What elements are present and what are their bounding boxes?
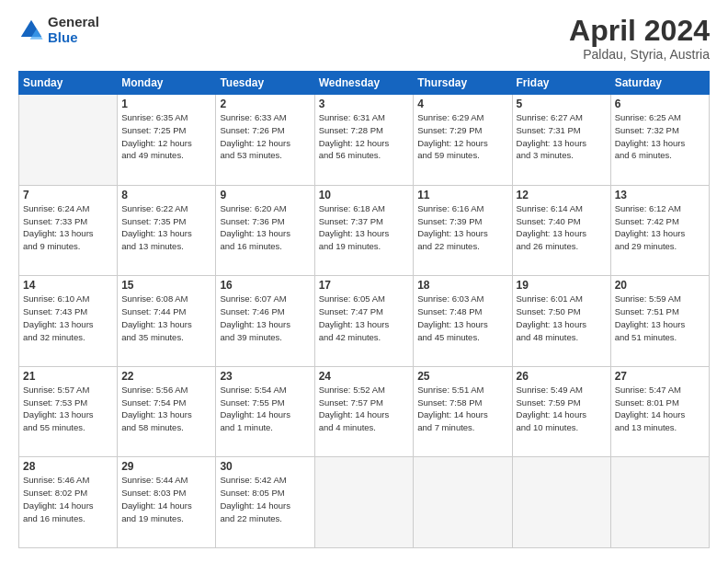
day-cell: 7Sunrise: 6:24 AM Sunset: 7:33 PM Daylig… — [19, 185, 118, 276]
day-cell: 9Sunrise: 6:20 AM Sunset: 7:36 PM Daylig… — [216, 185, 314, 276]
logo-text: General Blue — [48, 15, 99, 45]
day-info: Sunrise: 6:18 AM Sunset: 7:37 PM Dayligh… — [319, 202, 410, 253]
day-number: 25 — [417, 370, 507, 383]
day-number: 22 — [121, 370, 211, 383]
day-info: Sunrise: 5:42 AM Sunset: 8:05 PM Dayligh… — [220, 474, 310, 524]
day-info: Sunrise: 6:12 AM Sunset: 7:42 PM Dayligh… — [615, 202, 705, 253]
day-info: Sunrise: 5:49 AM Sunset: 7:59 PM Dayligh… — [517, 384, 607, 434]
day-info: Sunrise: 6:22 AM Sunset: 7:35 PM Dayligh… — [121, 202, 211, 253]
day-number: 20 — [615, 279, 705, 292]
day-number: 14 — [23, 279, 113, 292]
day-number: 27 — [615, 370, 705, 383]
day-cell — [414, 457, 512, 548]
day-info: Sunrise: 6:14 AM Sunset: 7:40 PM Dayligh… — [517, 202, 607, 253]
week-row-4: 28Sunrise: 5:46 AM Sunset: 8:02 PM Dayli… — [19, 457, 710, 548]
day-info: Sunrise: 6:16 AM Sunset: 7:39 PM Dayligh… — [417, 202, 507, 253]
day-info: Sunrise: 6:33 AM Sunset: 7:26 PM Dayligh… — [220, 111, 310, 162]
calendar-title: April 2024 — [569, 15, 710, 47]
day-info: Sunrise: 6:01 AM Sunset: 7:50 PM Dayligh… — [517, 293, 607, 343]
day-info: Sunrise: 5:57 AM Sunset: 7:53 PM Dayligh… — [23, 384, 113, 434]
calendar-subtitle: Paldau, Styria, Austria — [569, 47, 710, 62]
day-cell: 25Sunrise: 5:51 AM Sunset: 7:58 PM Dayli… — [414, 366, 512, 457]
day-number: 2 — [220, 98, 310, 110]
day-number: 13 — [615, 189, 705, 201]
col-sunday: Sunday — [19, 72, 118, 95]
day-number: 12 — [517, 189, 607, 201]
day-info: Sunrise: 5:46 AM Sunset: 8:02 PM Dayligh… — [23, 474, 113, 524]
day-number: 17 — [319, 279, 410, 292]
day-cell: 6Sunrise: 6:25 AM Sunset: 7:32 PM Daylig… — [610, 95, 709, 186]
day-info: Sunrise: 5:59 AM Sunset: 7:51 PM Dayligh… — [615, 293, 705, 343]
day-info: Sunrise: 6:29 AM Sunset: 7:29 PM Dayligh… — [417, 111, 507, 162]
day-cell: 26Sunrise: 5:49 AM Sunset: 7:59 PM Dayli… — [512, 366, 610, 457]
day-number: 9 — [220, 189, 310, 201]
day-cell — [610, 457, 709, 548]
day-cell: 5Sunrise: 6:27 AM Sunset: 7:31 PM Daylig… — [512, 95, 610, 186]
day-info: Sunrise: 6:07 AM Sunset: 7:46 PM Dayligh… — [220, 293, 310, 343]
day-cell: 21Sunrise: 5:57 AM Sunset: 7:53 PM Dayli… — [19, 366, 118, 457]
day-cell: 13Sunrise: 6:12 AM Sunset: 7:42 PM Dayli… — [610, 185, 709, 276]
week-row-0: 1Sunrise: 6:35 AM Sunset: 7:25 PM Daylig… — [19, 95, 710, 186]
day-number: 26 — [517, 370, 607, 383]
day-number: 8 — [121, 189, 211, 201]
day-cell: 29Sunrise: 5:44 AM Sunset: 8:03 PM Dayli… — [118, 457, 216, 548]
day-info: Sunrise: 6:20 AM Sunset: 7:36 PM Dayligh… — [220, 202, 310, 253]
day-cell: 28Sunrise: 5:46 AM Sunset: 8:02 PM Dayli… — [19, 457, 118, 548]
page: General Blue April 2024 Paldau, Styria, … — [0, 0, 728, 563]
day-info: Sunrise: 5:44 AM Sunset: 8:03 PM Dayligh… — [121, 474, 211, 524]
calendar-table: Sunday Monday Tuesday Wednesday Thursday… — [18, 71, 710, 548]
day-info: Sunrise: 6:03 AM Sunset: 7:48 PM Dayligh… — [417, 293, 507, 343]
col-thursday: Thursday — [414, 72, 512, 95]
day-number: 11 — [417, 189, 507, 201]
day-cell: 3Sunrise: 6:31 AM Sunset: 7:28 PM Daylig… — [314, 95, 414, 186]
day-cell — [512, 457, 610, 548]
logo-icon — [18, 17, 44, 43]
day-cell: 10Sunrise: 6:18 AM Sunset: 7:37 PM Dayli… — [314, 185, 414, 276]
header-row: Sunday Monday Tuesday Wednesday Thursday… — [19, 72, 710, 95]
logo: General Blue — [18, 15, 99, 45]
day-info: Sunrise: 6:24 AM Sunset: 7:33 PM Dayligh… — [23, 202, 113, 253]
day-info: Sunrise: 5:47 AM Sunset: 8:01 PM Dayligh… — [615, 384, 705, 434]
day-info: Sunrise: 6:31 AM Sunset: 7:28 PM Dayligh… — [319, 111, 410, 162]
logo-blue: Blue — [48, 30, 99, 46]
day-info: Sunrise: 6:05 AM Sunset: 7:47 PM Dayligh… — [319, 293, 410, 343]
day-cell: 16Sunrise: 6:07 AM Sunset: 7:46 PM Dayli… — [216, 276, 314, 367]
day-cell: 30Sunrise: 5:42 AM Sunset: 8:05 PM Dayli… — [216, 457, 314, 548]
day-number: 1 — [121, 98, 211, 110]
day-cell: 14Sunrise: 6:10 AM Sunset: 7:43 PM Dayli… — [19, 276, 118, 367]
col-friday: Friday — [512, 72, 610, 95]
day-number: 15 — [121, 279, 211, 292]
day-cell — [19, 95, 118, 186]
day-cell: 1Sunrise: 6:35 AM Sunset: 7:25 PM Daylig… — [118, 95, 216, 186]
day-number: 10 — [319, 189, 410, 201]
day-number: 18 — [417, 279, 507, 292]
day-cell: 19Sunrise: 6:01 AM Sunset: 7:50 PM Dayli… — [512, 276, 610, 367]
title-block: April 2024 Paldau, Styria, Austria — [569, 15, 710, 62]
header: General Blue April 2024 Paldau, Styria, … — [18, 15, 710, 62]
logo-general: General — [48, 15, 99, 30]
week-row-3: 21Sunrise: 5:57 AM Sunset: 7:53 PM Dayli… — [19, 366, 710, 457]
day-number: 5 — [517, 98, 607, 110]
day-cell: 17Sunrise: 6:05 AM Sunset: 7:47 PM Dayli… — [314, 276, 414, 367]
day-info: Sunrise: 6:25 AM Sunset: 7:32 PM Dayligh… — [615, 111, 705, 162]
day-cell: 11Sunrise: 6:16 AM Sunset: 7:39 PM Dayli… — [414, 185, 512, 276]
day-cell: 23Sunrise: 5:54 AM Sunset: 7:55 PM Dayli… — [216, 366, 314, 457]
day-info: Sunrise: 5:51 AM Sunset: 7:58 PM Dayligh… — [417, 384, 507, 434]
day-number: 29 — [121, 460, 211, 473]
day-cell: 2Sunrise: 6:33 AM Sunset: 7:26 PM Daylig… — [216, 95, 314, 186]
col-monday: Monday — [118, 72, 216, 95]
day-cell: 12Sunrise: 6:14 AM Sunset: 7:40 PM Dayli… — [512, 185, 610, 276]
day-info: Sunrise: 5:56 AM Sunset: 7:54 PM Dayligh… — [121, 384, 211, 434]
day-info: Sunrise: 6:08 AM Sunset: 7:44 PM Dayligh… — [121, 293, 211, 343]
day-cell: 15Sunrise: 6:08 AM Sunset: 7:44 PM Dayli… — [118, 276, 216, 367]
day-cell: 8Sunrise: 6:22 AM Sunset: 7:35 PM Daylig… — [118, 185, 216, 276]
day-cell: 24Sunrise: 5:52 AM Sunset: 7:57 PM Dayli… — [314, 366, 414, 457]
col-wednesday: Wednesday — [314, 72, 414, 95]
week-row-1: 7Sunrise: 6:24 AM Sunset: 7:33 PM Daylig… — [19, 185, 710, 276]
day-info: Sunrise: 6:10 AM Sunset: 7:43 PM Dayligh… — [23, 293, 113, 343]
col-saturday: Saturday — [610, 72, 709, 95]
day-cell: 22Sunrise: 5:56 AM Sunset: 7:54 PM Dayli… — [118, 366, 216, 457]
day-number: 23 — [220, 370, 310, 383]
day-info: Sunrise: 6:35 AM Sunset: 7:25 PM Dayligh… — [121, 111, 211, 162]
day-cell: 18Sunrise: 6:03 AM Sunset: 7:48 PM Dayli… — [414, 276, 512, 367]
